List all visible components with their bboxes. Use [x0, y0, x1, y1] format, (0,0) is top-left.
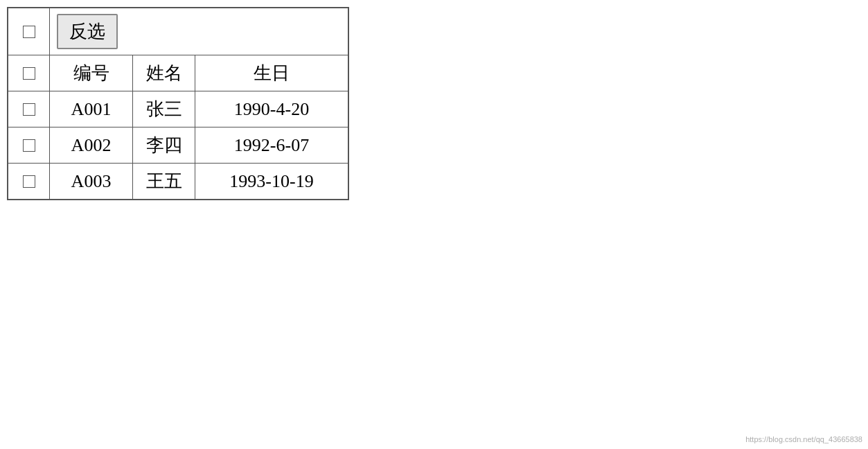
- row1-birthday: 1990-4-20: [195, 91, 348, 127]
- main-table: 反选 编号 姓名 生日 A001 张三 1990-4-20 A002 李四 19…: [7, 7, 349, 200]
- header-row: 编号 姓名 生日: [8, 55, 348, 91]
- header-checkbox[interactable]: [23, 67, 35, 80]
- row1-checkbox-cell: [8, 91, 50, 127]
- toolbar-checkbox[interactable]: [23, 26, 35, 38]
- row3-name: 王五: [133, 164, 195, 199]
- row2-checkbox-cell: [8, 127, 50, 163]
- header-id: 编号: [50, 55, 133, 91]
- toolbar-checkbox-cell: [8, 8, 50, 55]
- row2-id: A002: [50, 127, 133, 163]
- invert-button[interactable]: 反选: [57, 14, 118, 49]
- row3-birthday: 1993-10-19: [195, 164, 348, 199]
- watermark: https://blog.csdn.net/qq_43665838: [745, 435, 862, 443]
- row2-birthday: 1992-6-07: [195, 127, 348, 163]
- row1-name: 张三: [133, 91, 195, 127]
- row3-id: A003: [50, 164, 133, 199]
- row1-checkbox[interactable]: [23, 103, 35, 116]
- header-checkbox-cell: [8, 55, 50, 91]
- row2-name: 李四: [133, 127, 195, 163]
- table-row: A001 张三 1990-4-20: [8, 91, 348, 127]
- row1-id: A001: [50, 91, 133, 127]
- table-row: A003 王五 1993-10-19: [8, 164, 348, 199]
- table-row: A002 李四 1992-6-07: [8, 127, 348, 164]
- header-birthday: 生日: [195, 55, 348, 91]
- row3-checkbox-cell: [8, 164, 50, 199]
- header-name: 姓名: [133, 55, 195, 91]
- row2-checkbox[interactable]: [23, 139, 35, 152]
- toolbar-button-cell: 反选: [50, 8, 348, 55]
- row3-checkbox[interactable]: [23, 175, 35, 188]
- toolbar-row: 反选: [8, 8, 348, 55]
